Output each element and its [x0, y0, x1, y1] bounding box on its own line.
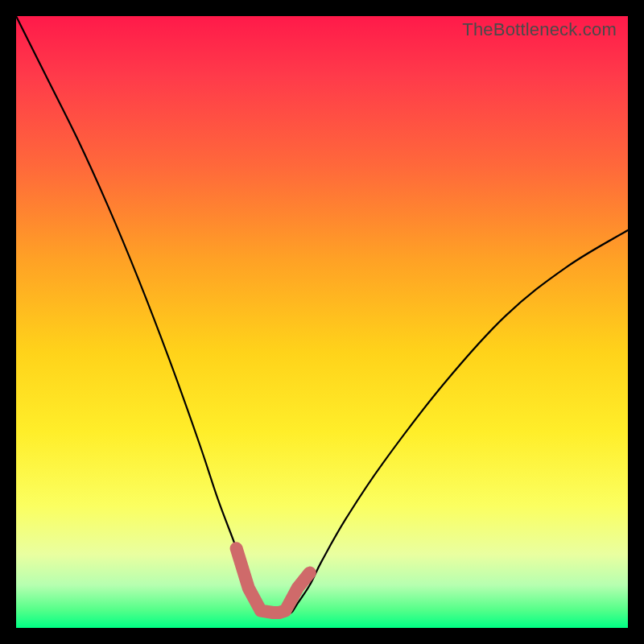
plot-area: TheBottleneck.com [16, 16, 628, 628]
chart-frame: TheBottleneck.com [0, 0, 644, 644]
chart-svg [16, 16, 628, 628]
curve-path [16, 16, 628, 613]
